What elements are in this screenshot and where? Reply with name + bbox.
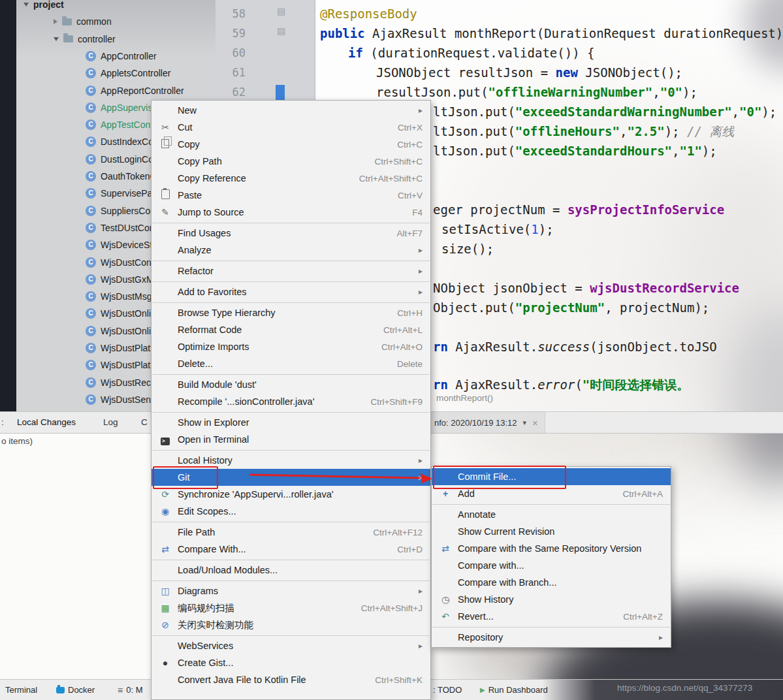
code-segment: ); bbox=[682, 85, 697, 99]
menu-item-edit-scopes[interactable]: ◉Edit Scopes... bbox=[152, 503, 430, 520]
tab-console[interactable]: C bbox=[141, 412, 148, 433]
tree-item-project[interactable]: project bbox=[16, 0, 216, 13]
code-line: rn AjaxResult.error("时间段选择错误。 bbox=[433, 376, 689, 393]
menu-item-git[interactable]: Git▸ bbox=[152, 469, 430, 486]
tree-item-appreportcontroller[interactable]: CAppReportController bbox=[16, 82, 216, 99]
menu-item-load-unload-modules[interactable]: Load/Unload Modules... bbox=[152, 562, 430, 579]
menu-item-label: Diagrams bbox=[178, 586, 218, 596]
menu-item-item-37[interactable]: ▦编码规约扫描Ctrl+Alt+Shift+J bbox=[152, 599, 430, 616]
menu-item-revert[interactable]: ↶Revert...Ctrl+Alt+Z bbox=[432, 608, 671, 625]
chevron-right-icon: ▸ bbox=[419, 287, 423, 296]
menu-item-label: Optimize Imports bbox=[178, 342, 249, 352]
menu-item-file-path[interactable]: File PathCtrl+Alt+F12 bbox=[152, 524, 430, 541]
messages-button[interactable]: ≡0: M bbox=[118, 680, 142, 700]
code-line: @ResponseBody bbox=[320, 5, 417, 22]
menu-item-cut[interactable]: ✂CutCtrl+X bbox=[152, 119, 430, 136]
menu-item-label: 编码规约扫描 bbox=[178, 602, 234, 614]
menu-item-delete[interactable]: Delete...Delete bbox=[152, 355, 430, 372]
menu-item-compare-with-branch[interactable]: Compare with Branch... bbox=[432, 574, 671, 591]
menu-item-repository[interactable]: Repository▸ bbox=[432, 629, 671, 646]
menu-item-commit-file[interactable]: Commit File... bbox=[432, 468, 671, 485]
menu-item-jump-to-source[interactable]: ✎Jump to SourceF4 bbox=[152, 204, 430, 221]
menu-item-analyze[interactable]: Analyze▸ bbox=[152, 242, 430, 259]
tree-item-appcontroller[interactable]: CAppController bbox=[16, 48, 216, 65]
gutter-annotation-icon[interactable]: ▤ bbox=[277, 25, 285, 36]
todo-button[interactable]: : TODO bbox=[433, 680, 462, 700]
terminal-button[interactable]: Terminal bbox=[5, 680, 37, 700]
tab-local-changes[interactable]: Local Changes bbox=[17, 412, 76, 433]
menu-item-item-38[interactable]: ⊘关闭实时检测功能 bbox=[152, 616, 430, 633]
menu-item-find-usages[interactable]: Find UsagesAlt+F7 bbox=[152, 225, 430, 242]
tab-info[interactable]: nfo: 2020/10/19 13:12 ▾ × bbox=[428, 412, 545, 433]
menu-item-copy-path[interactable]: Copy PathCtrl+Shift+C bbox=[152, 153, 430, 170]
menu-item-shortcut: Ctrl+Shift+K bbox=[357, 675, 423, 685]
git-submenu: Commit File...+AddCtrl+Alt+AAnnotateShow… bbox=[431, 466, 671, 648]
class-icon: C bbox=[86, 240, 96, 250]
menu-item-synchronize-appsupervi-roller-java[interactable]: ⟳Synchronize 'AppSupervi...roller.java' bbox=[152, 486, 430, 503]
tree-item-label: AppletsController bbox=[101, 68, 170, 78]
menu-item-copy-reference[interactable]: Copy ReferenceCtrl+Alt+Shift+C bbox=[152, 170, 430, 187]
menu-item-add[interactable]: +AddCtrl+Alt+A bbox=[432, 485, 671, 502]
tree-item-appletscontroller[interactable]: CAppletsController bbox=[16, 65, 216, 82]
menu-item-new[interactable]: New▸ bbox=[152, 102, 430, 119]
tree-item-label: DustLoginCon bbox=[101, 154, 159, 165]
chevron-right-icon: ▸ bbox=[419, 473, 423, 482]
code-segment: size(); bbox=[441, 242, 494, 256]
code-segment: JSONObject resultJson = bbox=[376, 65, 556, 80]
docker-button[interactable]: Docker bbox=[56, 680, 95, 700]
menu-item-show-history[interactable]: ◷Show History bbox=[432, 591, 671, 608]
chevron-down-icon[interactable] bbox=[54, 37, 59, 41]
menu-item-label: Repository bbox=[458, 632, 503, 643]
menu-item-optimize-imports[interactable]: Optimize ImportsCtrl+Alt+O bbox=[152, 338, 430, 355]
menu-item-refactor[interactable]: Refactor▸ bbox=[152, 262, 430, 279]
chevron-down-icon[interactable] bbox=[24, 3, 29, 7]
menu-item-add-to-favorites[interactable]: Add to Favorites▸ bbox=[152, 283, 430, 300]
code-segment: @ResponseBody bbox=[320, 7, 417, 21]
menu-separator bbox=[152, 374, 430, 375]
run-dashboard-button[interactable]: ▶Run Dashboard bbox=[480, 680, 548, 700]
menu-item-compare-with-the-same-repository-version[interactable]: ⇄Compare with the Same Repository Versio… bbox=[432, 540, 671, 557]
menu-separator bbox=[152, 635, 430, 636]
menu-item-recompile-sioncontroller-java[interactable]: Recompile '...sionController.java'Ctrl+S… bbox=[152, 393, 430, 410]
code-segment: , bbox=[620, 124, 627, 138]
chevron-down-icon[interactable]: ▾ bbox=[523, 419, 527, 427]
menu-item-paste[interactable]: PasteCtrl+V bbox=[152, 187, 430, 204]
jump-icon: ✎ bbox=[158, 207, 172, 217]
chevron-right-icon: ▸ bbox=[419, 106, 423, 115]
info-tab-label: nfo: 2020/10/19 13:12 bbox=[434, 418, 517, 428]
tab-log[interactable]: Log bbox=[103, 412, 118, 433]
menu-item-open-in-terminal[interactable]: >Open in Terminal bbox=[152, 431, 430, 448]
tree-item-common[interactable]: common bbox=[16, 13, 216, 30]
menu-item-webservices[interactable]: WebServices▸ bbox=[152, 637, 430, 654]
code-segment: rn bbox=[433, 377, 448, 392]
menu-item-compare-with[interactable]: Compare with... bbox=[432, 557, 671, 574]
menu-item-reformat-code[interactable]: Reformat CodeCtrl+Alt+L bbox=[152, 321, 430, 338]
chevron-right-icon: ▸ bbox=[419, 586, 423, 596]
chevron-right-icon[interactable] bbox=[54, 19, 57, 24]
chevron-right-icon: ▸ bbox=[419, 266, 423, 276]
menu-item-show-in-explorer[interactable]: Show in Explorer bbox=[152, 414, 430, 431]
menu-item-annotate[interactable]: Annotate bbox=[432, 506, 671, 523]
menu-item-browse-type-hierarchy[interactable]: Browse Type HierarchyCtrl+H bbox=[152, 304, 430, 321]
menu-item-label: Copy Reference bbox=[178, 173, 246, 183]
code-segment: , bbox=[672, 144, 679, 158]
tree-item-label: project bbox=[33, 0, 64, 10]
menu-item-copy[interactable]: CopyCtrl+C bbox=[152, 136, 430, 153]
menu-item-shortcut: Ctrl+Shift+C bbox=[356, 157, 423, 167]
menu-item-diagrams[interactable]: ◫Diagrams▸ bbox=[152, 582, 430, 599]
menu-item-compare-with[interactable]: ⇄Compare With...Ctrl+D bbox=[152, 541, 430, 558]
menu-item-convert-java-file-to-kotlin-file[interactable]: Convert Java File to Kotlin FileCtrl+Shi… bbox=[152, 671, 430, 688]
tree-item-controller[interactable]: controller bbox=[16, 31, 216, 48]
code-line: resultJson.put("offlineWarningNumber","0… bbox=[376, 84, 697, 101]
docker-icon bbox=[56, 687, 65, 693]
menu-item-label: Load/Unload Modules... bbox=[178, 565, 278, 575]
class-icon: C bbox=[86, 188, 96, 199]
menu-item-build-module-dust[interactable]: Build Module 'dust' bbox=[152, 376, 430, 393]
gutter-annotation-icon[interactable]: ▤ bbox=[277, 6, 285, 16]
ide-window: projectcommoncontrollerCAppControllerCAp… bbox=[0, 0, 783, 700]
menu-separator bbox=[432, 627, 670, 628]
menu-item-create-gist[interactable]: ●Create Gist... bbox=[152, 654, 430, 671]
menu-item-show-current-revision[interactable]: Show Current Revision bbox=[432, 523, 671, 540]
close-icon[interactable]: × bbox=[532, 417, 538, 428]
menu-item-local-history[interactable]: Local History▸ bbox=[152, 452, 430, 469]
